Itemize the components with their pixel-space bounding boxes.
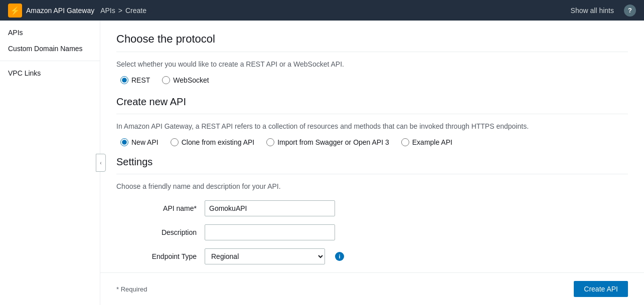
- sidebar-divider: [0, 61, 100, 61]
- protocol-websocket-label: WebSocket: [173, 76, 209, 84]
- main-layout: ‹ APIs Custom Domain Names VPC Links Cho…: [0, 21, 644, 305]
- protocol-radio-group: REST WebSocket: [120, 76, 628, 84]
- footer: * Required Create API: [100, 272, 644, 305]
- brand-name: Amazon API Gateway: [26, 7, 94, 15]
- endpoint-type-row: Endpoint Type Regional Edge Optimized Pr…: [116, 248, 628, 264]
- api-name-input[interactable]: [205, 200, 335, 216]
- protocol-rest-label: REST: [131, 76, 150, 84]
- create-api-title: Create new API: [116, 96, 628, 108]
- breadcrumb-separator: >: [118, 7, 122, 15]
- settings-description: Choose a friendly name and description f…: [116, 182, 628, 190]
- sidebar-item-custom-domain-names[interactable]: Custom Domain Names: [0, 41, 100, 57]
- help-icon-button[interactable]: ?: [624, 5, 636, 17]
- endpoint-type-info-icon[interactable]: i: [335, 252, 344, 261]
- aws-logo-icon: ⚡: [8, 4, 22, 18]
- protocol-websocket-option[interactable]: WebSocket: [162, 76, 209, 84]
- example-api-label: Example API: [412, 138, 452, 146]
- endpoint-type-select[interactable]: Regional Edge Optimized Private: [205, 248, 325, 264]
- description-label: Description: [116, 228, 197, 236]
- protocol-rest-radio[interactable]: [120, 76, 128, 84]
- required-note: * Required: [116, 285, 147, 293]
- api-name-row: API name*: [116, 200, 628, 216]
- settings-title: Settings: [116, 156, 628, 168]
- clone-existing-option[interactable]: Clone from existing API: [171, 138, 255, 146]
- sidebar: ‹ APIs Custom Domain Names VPC Links: [0, 21, 100, 305]
- example-api-option[interactable]: Example API: [401, 138, 452, 146]
- main-content: Choose the protocol Select whether you w…: [100, 21, 644, 305]
- import-swagger-radio[interactable]: [266, 138, 274, 146]
- protocol-divider: [116, 52, 628, 52]
- breadcrumb: APIs > Create: [100, 7, 146, 15]
- new-api-label: New API: [131, 138, 158, 146]
- create-api-section: Create new API In Amazon API Gateway, a …: [116, 96, 628, 146]
- create-api-radio-group: New API Clone from existing API Import f…: [120, 138, 628, 146]
- endpoint-type-label: Endpoint Type: [116, 252, 197, 260]
- description-row: Description: [116, 224, 628, 240]
- import-swagger-label: Import from Swagger or Open API 3: [277, 138, 389, 146]
- sidebar-nav: APIs Custom Domain Names VPC Links: [0, 25, 100, 81]
- protocol-section: Choose the protocol Select whether you w…: [116, 33, 628, 84]
- example-api-radio[interactable]: [401, 138, 409, 146]
- show-hints-button[interactable]: Show all hints: [567, 5, 618, 17]
- nav-right: Show all hints ?: [567, 5, 636, 17]
- settings-divider: [116, 174, 628, 174]
- protocol-description: Select whether you would like to create …: [116, 60, 628, 68]
- sidebar-collapse-button[interactable]: ‹: [96, 154, 106, 172]
- clone-existing-label: Clone from existing API: [182, 138, 255, 146]
- create-api-button[interactable]: Create API: [574, 281, 628, 297]
- api-name-label: API name*: [116, 204, 197, 212]
- sidebar-item-apis[interactable]: APIs: [0, 25, 100, 41]
- settings-section: Settings Choose a friendly name and desc…: [116, 156, 628, 264]
- clone-existing-radio[interactable]: [171, 138, 179, 146]
- breadcrumb-current: Create: [125, 7, 146, 15]
- create-api-description: In Amazon API Gateway, a REST API refers…: [116, 122, 628, 130]
- breadcrumb-apis-link[interactable]: APIs: [100, 7, 115, 15]
- protocol-title: Choose the protocol: [116, 33, 628, 46]
- protocol-websocket-radio[interactable]: [162, 76, 170, 84]
- new-api-radio[interactable]: [120, 138, 128, 146]
- import-swagger-option[interactable]: Import from Swagger or Open API 3: [266, 138, 389, 146]
- nav-left: ⚡ Amazon API Gateway APIs > Create: [8, 4, 146, 18]
- sidebar-item-vpc-links[interactable]: VPC Links: [0, 65, 100, 81]
- protocol-rest-option[interactable]: REST: [120, 76, 150, 84]
- description-input[interactable]: [205, 224, 335, 240]
- svg-text:⚡: ⚡: [10, 6, 20, 16]
- top-navigation: ⚡ Amazon API Gateway APIs > Create Show …: [0, 0, 644, 21]
- brand-logo: ⚡ Amazon API Gateway: [8, 4, 94, 18]
- new-api-option[interactable]: New API: [120, 138, 158, 146]
- create-api-divider: [116, 114, 628, 114]
